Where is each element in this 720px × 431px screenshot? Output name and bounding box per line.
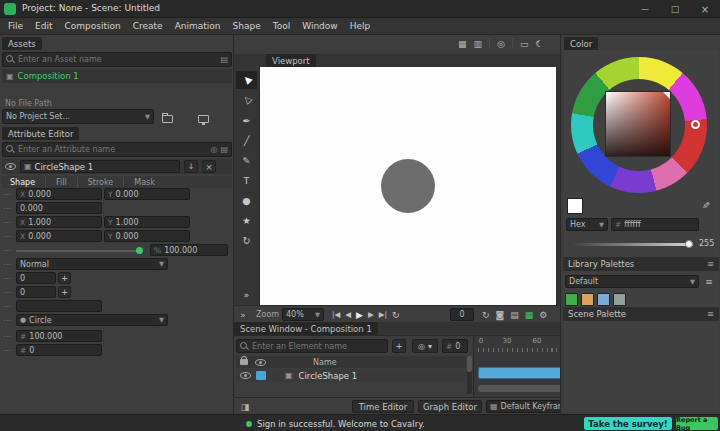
menu-shape[interactable]: Shape xyxy=(227,19,267,33)
alpha-slider-track[interactable] xyxy=(567,243,693,246)
project-select[interactable]: No Project Set... ▼ xyxy=(2,109,154,124)
palette-options-icon[interactable]: ≡ xyxy=(703,275,715,288)
rotation-field[interactable]: 0.000 xyxy=(16,202,102,214)
hex-field[interactable]: #ffffff xyxy=(611,218,699,231)
menu-animation[interactable]: Animation xyxy=(169,19,227,33)
circle-shape[interactable] xyxy=(381,159,435,213)
position-x-field[interactable]: X0.000 xyxy=(16,188,102,200)
scene-row-circleshape[interactable]: ▣ CircleShape 1 xyxy=(236,369,466,382)
target-icon[interactable]: ◎ xyxy=(497,39,505,49)
tab-color[interactable]: Color xyxy=(564,37,598,50)
tab-viewport[interactable]: Viewport xyxy=(266,54,316,67)
current-color-swatch[interactable] xyxy=(567,198,583,214)
menu-composition[interactable]: Composition xyxy=(59,19,127,33)
survey-button[interactable]: Take the survey! xyxy=(584,417,672,430)
palette-swatch-gray[interactable] xyxy=(613,293,626,306)
open-project-icon[interactable] xyxy=(198,115,209,123)
empty-field[interactable] xyxy=(16,300,102,312)
grid-icon[interactable]: ▦ xyxy=(458,39,467,49)
visibility-eye-icon[interactable] xyxy=(5,163,16,170)
hue-selector-ring-icon[interactable] xyxy=(691,120,700,129)
asset-search-input[interactable] xyxy=(18,55,217,64)
tab-scene-window[interactable]: Scene Window - Composition 1 xyxy=(234,322,378,335)
extra-field[interactable]: #0 xyxy=(16,344,102,356)
hamburger-menu-icon[interactable]: ≡ xyxy=(707,259,714,269)
visibility-eye-icon[interactable] xyxy=(240,372,251,379)
shape-tool[interactable]: ● xyxy=(236,191,257,209)
tab-mask[interactable]: Mask xyxy=(124,178,165,187)
close-button[interactable]: × xyxy=(690,0,720,18)
opacity-field[interactable]: %100.000 xyxy=(150,244,228,256)
report-bug-button[interactable]: Report a Bug xyxy=(676,417,718,430)
element-search-input[interactable] xyxy=(252,342,384,351)
draw-tool[interactable]: ✎ xyxy=(236,151,257,169)
menu-tool[interactable]: Tool xyxy=(267,19,296,33)
scene-filter-button[interactable]: ◎▾ xyxy=(412,339,438,353)
pen-tool[interactable]: ✒ xyxy=(236,111,257,129)
menu-file[interactable]: File xyxy=(2,19,29,33)
tab-assets[interactable]: Assets xyxy=(2,37,42,50)
shape-type-select[interactable]: ●Circle ▼ xyxy=(16,314,168,326)
tab-shape[interactable]: Shape xyxy=(2,178,45,187)
alpha-slider-handle[interactable] xyxy=(685,240,693,248)
add-element-button[interactable]: + xyxy=(392,339,406,353)
tab-attribute-editor[interactable]: Attribute Editor xyxy=(2,127,79,140)
attribute-search-input[interactable] xyxy=(18,145,207,154)
minimize-button[interactable]: — xyxy=(630,0,660,18)
skew-y-field[interactable]: Y0.000 xyxy=(104,230,190,242)
eye-column-icon[interactable] xyxy=(255,359,266,366)
snap-grid-icon[interactable]: ▦ xyxy=(525,310,534,320)
saturation-value-box[interactable] xyxy=(605,91,671,157)
settings-gear-icon[interactable]: ⚙ xyxy=(539,310,547,320)
expand-tools-icon[interactable]: » xyxy=(236,308,250,321)
more-tools-button[interactable]: » xyxy=(236,285,257,303)
lock-icon[interactable] xyxy=(240,359,248,365)
element-search-box[interactable] xyxy=(236,339,388,353)
scale-x-field[interactable]: X1.000 xyxy=(16,216,102,228)
attribute-search-box[interactable]: ◎ ▤ xyxy=(2,142,232,157)
color-mode-select[interactable]: Hex▼ xyxy=(566,218,608,231)
radius-field[interactable]: #100.000 xyxy=(16,330,102,342)
asset-list-options-icon[interactable]: ▤ xyxy=(220,55,228,64)
close-node-icon[interactable]: × xyxy=(202,160,216,173)
palette-select[interactable]: Default▼ xyxy=(565,275,699,288)
maximize-button[interactable]: □ xyxy=(660,0,690,18)
go-end-icon[interactable]: ▶| xyxy=(379,310,387,319)
palette-swatch-green[interactable] xyxy=(565,293,578,306)
attribute-filter-icon[interactable]: ◎ xyxy=(210,145,217,154)
columns-icon[interactable]: ▥ xyxy=(474,39,483,49)
stepper-b-add-button[interactable]: + xyxy=(58,286,71,298)
frame-field[interactable]: 0 xyxy=(450,308,474,321)
menu-help[interactable]: Help xyxy=(344,19,377,33)
menu-window[interactable]: Window xyxy=(296,19,344,33)
position-y-field[interactable]: Y0.000 xyxy=(104,188,190,200)
tab-stroke[interactable]: Stroke xyxy=(78,178,124,187)
star-tool[interactable]: ★ xyxy=(236,211,257,229)
opacity-slider-track[interactable] xyxy=(16,250,140,252)
skew-x-field[interactable]: X0.000 xyxy=(16,230,102,242)
hamburger-menu-icon[interactable]: ≡ xyxy=(707,309,714,319)
palette-swatch-blue[interactable] xyxy=(597,293,610,306)
scale-y-field[interactable]: Y1.000 xyxy=(104,216,190,228)
next-frame-icon[interactable]: ▶ xyxy=(368,310,374,319)
graph-editor-button[interactable]: Graph Editor xyxy=(418,400,482,413)
time-editor-button[interactable]: Time Editor xyxy=(352,400,414,413)
pin-panel-icon[interactable]: ↓ xyxy=(184,160,198,173)
blend-mode-select[interactable]: Normal▼ xyxy=(16,258,168,270)
play-icon[interactable]: ▶ xyxy=(356,310,363,320)
scrollbar-thumb[interactable] xyxy=(467,356,472,372)
scene-filter-count[interactable]: #0 xyxy=(442,339,468,353)
arc-tool[interactable]: ↻ xyxy=(236,231,257,249)
asset-row-composition[interactable]: ▣ Composition 1 xyxy=(2,69,232,83)
loop-icon[interactable]: ↻ xyxy=(392,310,400,320)
menu-create[interactable]: Create xyxy=(127,19,169,33)
stepper-b-field[interactable]: 0 xyxy=(16,286,56,298)
open-folder-icon[interactable] xyxy=(162,115,173,123)
attribute-options-icon[interactable]: ▤ xyxy=(220,145,228,154)
layer-color-swatch[interactable] xyxy=(256,371,266,380)
camera-icon[interactable]: ◙ xyxy=(496,310,505,320)
node-name-box[interactable]: ▣ CircleShape 1 xyxy=(20,160,180,173)
eyedropper-icon[interactable]: ✎ xyxy=(699,198,713,212)
prev-frame-icon[interactable]: ◀ xyxy=(345,310,351,319)
viewport-canvas[interactable] xyxy=(260,67,556,305)
